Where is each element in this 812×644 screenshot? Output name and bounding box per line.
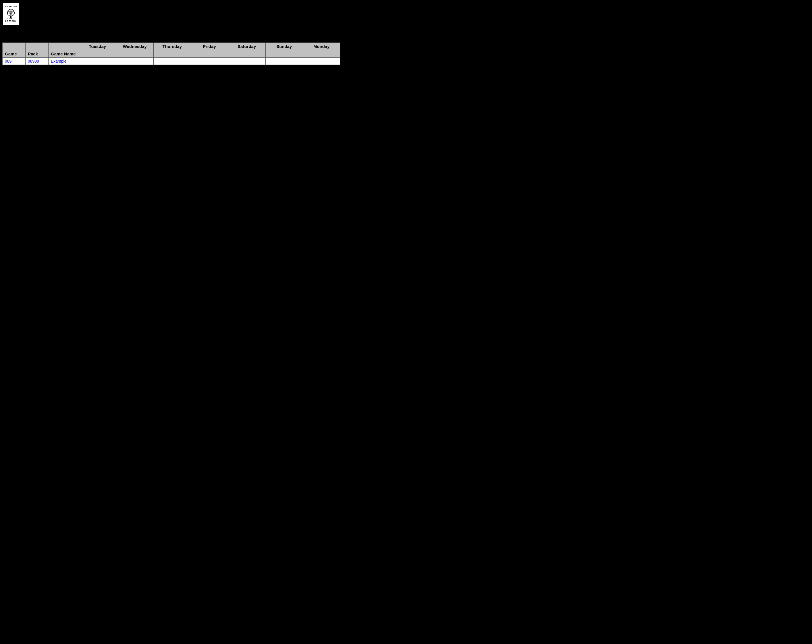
header-game: Game [3,50,26,58]
header-saturday: Saturday [228,43,266,50]
header-day-sub-sat [228,50,266,58]
svg-point-7 [10,10,12,12]
cell-tuesday [79,58,116,65]
empty-header-1 [3,43,26,50]
header-day-sub-sun [266,50,303,58]
svg-point-8 [10,12,12,15]
logo-text-lottery: LOTTERY [5,20,16,22]
empty-header-2 [26,43,49,50]
lottery-logo-icon [5,8,17,20]
header-monday: Monday [303,43,340,50]
schedule-table: Tuesday Wednesday Thursday Friday Saturd… [2,43,340,65]
cell-sunday [266,58,303,65]
header-game-name: Game Name [49,50,79,58]
empty-header-3 [49,43,79,50]
table-section: Tuesday Wednesday Thursday Friday Saturd… [2,43,810,65]
header-thursday: Thursday [153,43,191,50]
header-wednesday: Wednesday [116,43,153,50]
header-day-sub-wed [116,50,153,58]
cell-saturday [228,58,266,65]
logo-text-michigan: MICHIGAN [5,5,17,8]
cell-monday [303,58,340,65]
header-day-sub-tue [79,50,116,58]
header-row-days: Tuesday Wednesday Thursday Friday Saturd… [3,43,340,50]
cell-game[interactable]: 989 [3,58,26,65]
svg-rect-4 [10,15,12,18]
header-day-sub-mon [303,50,340,58]
cell-thursday [153,58,191,65]
header-day-sub-fri [191,50,228,58]
cell-pack[interactable]: 98989 [26,58,49,65]
page-wrapper: MICHIGAN LOTTERY [0,0,812,644]
header-sunday: Sunday [266,43,303,50]
header-row-cols: Game Pack Game Name [3,50,340,58]
header-friday: Friday [191,43,228,50]
logo-area: MICHIGAN LOTTERY [2,2,810,25]
cell-friday [191,58,228,65]
header-day-sub-thu [153,50,191,58]
cell-wednesday [116,58,153,65]
logo-container: MICHIGAN LOTTERY [2,2,20,25]
cell-game-name[interactable]: Example [49,58,79,65]
header-pack: Pack [26,50,49,58]
header-tuesday: Tuesday [79,43,116,50]
table-row: 989 98989 Example [3,58,340,65]
